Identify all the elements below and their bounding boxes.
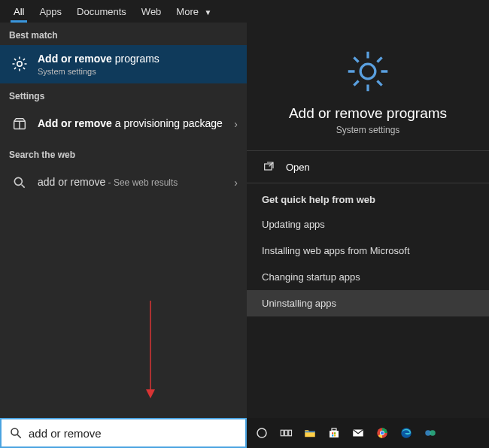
svg-point-22 (381, 431, 384, 435)
svg-line-3 (22, 184, 25, 187)
svg-line-9 (17, 434, 21, 438)
svg-rect-12 (285, 430, 288, 436)
result-web-search[interactable]: add or remove - See web results › (0, 165, 247, 201)
detail-headline: Add or remove programs (289, 105, 447, 122)
result-title: Add or remove a provisioning package (38, 117, 229, 131)
search-input[interactable] (29, 427, 238, 440)
svg-point-6 (360, 64, 375, 79)
open-label: Open (286, 162, 310, 173)
svg-rect-15 (332, 428, 336, 431)
detail-subtitle: System settings (336, 125, 400, 135)
result-add-remove-programs[interactable]: Add or remove programs System settings (0, 45, 247, 83)
svg-rect-11 (281, 430, 284, 436)
bottom-bar (0, 418, 489, 448)
file-explorer-icon[interactable] (302, 425, 317, 440)
search-box[interactable] (0, 418, 247, 448)
chevron-right-icon: › (234, 118, 238, 130)
app-icon[interactable] (423, 425, 438, 440)
search-icon (9, 172, 30, 193)
edge-icon[interactable] (399, 425, 414, 440)
tab-more[interactable]: More ▼ (169, 2, 219, 22)
tab-more-label: More (176, 6, 199, 17)
chrome-icon[interactable] (375, 425, 390, 440)
chevron-down-icon: ▼ (205, 8, 212, 17)
svg-point-0 (17, 62, 22, 66)
open-action[interactable]: Open (247, 151, 489, 183)
svg-rect-16 (332, 432, 333, 434)
tab-all[interactable]: All (6, 2, 32, 22)
svg-rect-13 (289, 430, 292, 436)
chevron-right-icon: › (234, 177, 238, 189)
help-changing-startup-apps[interactable]: Changing startup apps (247, 264, 489, 290)
svg-rect-18 (332, 434, 333, 436)
result-subtitle: System settings (38, 67, 238, 76)
gear-icon (342, 45, 394, 98)
tab-documents[interactable]: Documents (69, 2, 134, 22)
mail-icon[interactable] (351, 425, 366, 440)
help-header: Get quick help from web (247, 183, 489, 211)
search-icon (9, 426, 23, 440)
tab-apps[interactable]: Apps (32, 2, 69, 22)
cortana-icon[interactable] (254, 425, 269, 440)
open-icon (262, 160, 275, 174)
result-title: Add or remove programs (38, 53, 238, 66)
package-icon (9, 114, 30, 135)
tab-web[interactable]: Web (134, 2, 169, 22)
detail-panel: Add or remove programs System settings O… (247, 23, 489, 418)
annotation-arrow (143, 301, 158, 398)
svg-point-10 (257, 428, 266, 437)
search-filter-tabs: All Apps Documents Web More ▼ (0, 0, 489, 23)
settings-label: Settings (0, 83, 247, 106)
results-panel: Best match Add or remove programs System… (0, 23, 247, 418)
microsoft-store-icon[interactable] (327, 425, 342, 440)
help-updating-apps[interactable]: Updating apps (247, 211, 489, 238)
svg-point-8 (11, 428, 18, 435)
svg-point-2 (14, 177, 22, 185)
help-installing-web-apps[interactable]: Installing web apps from Microsoft (247, 238, 489, 264)
gear-icon (9, 53, 30, 74)
svg-point-25 (430, 430, 436, 436)
result-provisioning-package[interactable]: Add or remove a provisioning package › (0, 106, 247, 142)
best-match-label: Best match (0, 23, 247, 45)
help-uninstalling-apps[interactable]: Uninstalling apps (247, 290, 489, 316)
svg-rect-19 (334, 434, 336, 436)
svg-marker-5 (146, 389, 155, 398)
search-web-label: Search the web (0, 142, 247, 165)
taskbar (247, 418, 489, 448)
result-title: add or remove - See web results (38, 176, 229, 189)
task-view-icon[interactable] (278, 425, 293, 440)
svg-rect-17 (334, 432, 336, 434)
